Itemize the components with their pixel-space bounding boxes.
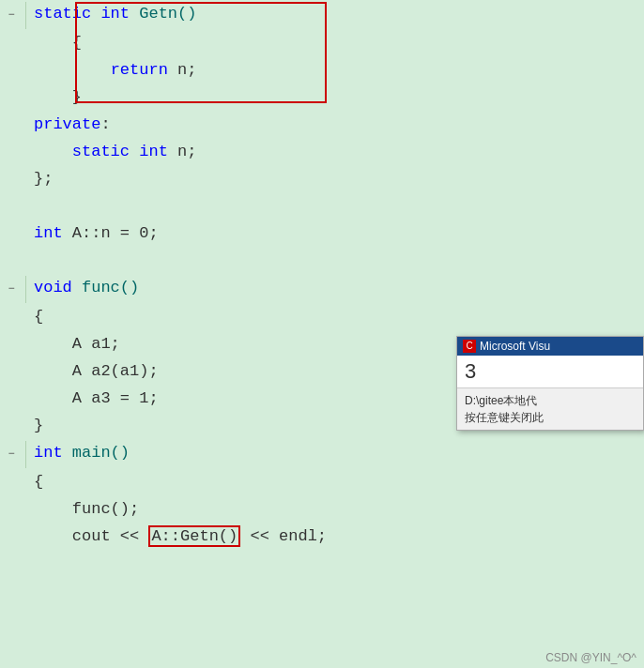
popup-output: 3 bbox=[465, 359, 476, 383]
code-content: { bbox=[26, 303, 43, 330]
code-line bbox=[0, 192, 644, 220]
code-line bbox=[0, 247, 644, 274]
collapse-btn[interactable]: − bbox=[0, 2, 26, 29]
code-content: static int n; bbox=[26, 138, 196, 165]
code-content: A a1; bbox=[26, 330, 120, 357]
code-content: } bbox=[26, 412, 43, 439]
code-line: − int main() bbox=[0, 439, 644, 468]
code-content: } bbox=[26, 84, 82, 111]
code-line: { bbox=[0, 29, 644, 56]
popup-window: C Microsoft Visu 3 D:\gitee本地代 按任意键关闭此 bbox=[456, 336, 644, 431]
code-content: { bbox=[26, 468, 43, 495]
code-content: int main() bbox=[26, 439, 130, 466]
code-content: func(); bbox=[26, 495, 139, 523]
code-line: }; bbox=[0, 165, 644, 192]
code-content: return n; bbox=[26, 56, 196, 84]
code-content: private: bbox=[26, 111, 111, 138]
popup-titlebar: C Microsoft Visu bbox=[457, 337, 643, 356]
popup-title: Microsoft Visu bbox=[480, 340, 550, 353]
popup-icon: C bbox=[463, 340, 476, 353]
code-line: private: bbox=[0, 111, 644, 138]
code-line: cout << A::Getn() << endl; bbox=[0, 523, 644, 550]
code-line: int A::n = 0; bbox=[0, 220, 644, 247]
code-line: { bbox=[0, 468, 644, 495]
agetnh-highlight: A::Getn() bbox=[148, 525, 240, 547]
code-line: − static int Getn() bbox=[0, 0, 644, 29]
watermark: CSDN @YIN_^O^ bbox=[545, 651, 636, 664]
code-content: A a2(a1); bbox=[26, 357, 159, 385]
code-content: static int Getn() bbox=[26, 0, 196, 27]
popup-body: 3 bbox=[457, 356, 643, 388]
code-content: { bbox=[26, 29, 82, 56]
collapse-btn[interactable]: − bbox=[0, 276, 26, 303]
code-content: int A::n = 0; bbox=[26, 220, 159, 247]
code-content: }; bbox=[26, 165, 53, 192]
popup-footer: D:\gitee本地代 按任意键关闭此 bbox=[457, 388, 643, 430]
code-content bbox=[26, 192, 43, 220]
code-line: return n; bbox=[0, 56, 644, 84]
code-content bbox=[26, 247, 43, 274]
collapse-btn[interactable]: − bbox=[0, 441, 26, 468]
code-line: − void func() bbox=[0, 274, 644, 303]
code-line: } bbox=[0, 84, 644, 111]
code-content: cout << A::Getn() << endl; bbox=[26, 523, 327, 550]
code-content: void func() bbox=[26, 274, 139, 301]
code-content: A a3 = 1; bbox=[26, 385, 159, 412]
code-line: func(); bbox=[0, 495, 644, 523]
code-line: static int n; bbox=[0, 138, 644, 165]
popup-footer-line2: 按任意键关闭此 bbox=[465, 409, 636, 426]
code-line: { bbox=[0, 303, 644, 330]
code-area: − static int Getn() { return n; } privat… bbox=[0, 0, 644, 668]
popup-footer-line1: D:\gitee本地代 bbox=[465, 392, 636, 409]
